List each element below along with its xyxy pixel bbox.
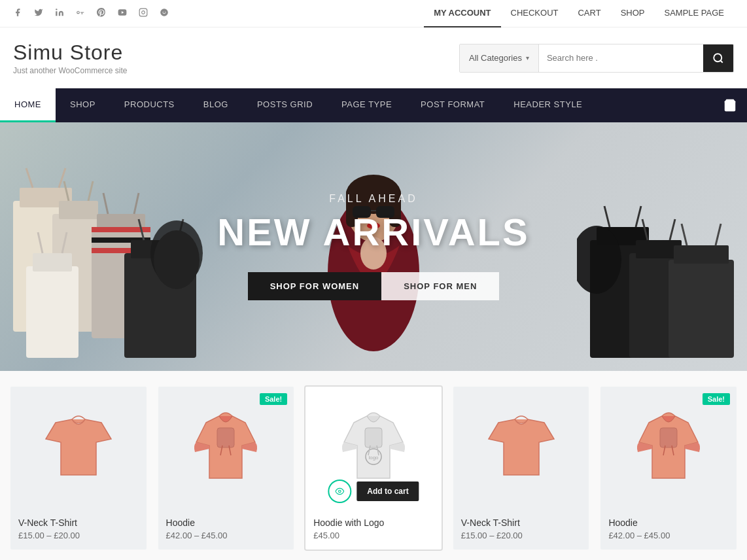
search-bar: All Categories ▾ (459, 44, 734, 73)
shop-women-button[interactable]: SHOP FOR WOMEN (248, 272, 382, 300)
product-card-4[interactable]: V-Neck T-Shirt £15.00 – £20.00 (453, 387, 589, 550)
nav-products[interactable]: PRODUCTS (110, 88, 189, 122)
nav-post-format[interactable]: POST FORMAT (406, 88, 499, 122)
svg-rect-61 (365, 428, 382, 447)
svg-rect-43 (674, 245, 729, 264)
twitter-icon[interactable] (34, 8, 43, 19)
hero-buttons: SHOP FOR WOMEN SHOP FOR MEN (217, 272, 529, 300)
google-plus-icon[interactable] (76, 8, 85, 19)
logo-subtitle: Just another WooCommerce site (13, 66, 128, 75)
hero-subtitle: FALL AHEAD (217, 193, 529, 205)
top-nav-sample-page[interactable]: SAMPLE PAGE (654, 0, 734, 27)
product-name-3: Hoodie with Logo (313, 517, 434, 528)
nav-page-type[interactable]: PAGE TYPE (327, 88, 406, 122)
svg-rect-14 (59, 201, 98, 219)
product-card-5[interactable]: Sale! Hoodie £42.00 – £45.00 (600, 387, 737, 550)
product-price-4: £15.00 – £20.00 (461, 531, 582, 540)
svg-line-19 (103, 193, 108, 214)
hoodie-logo-icon-3: logo (338, 410, 409, 488)
product-price-2: £42.00 – £45.00 (166, 531, 287, 540)
svg-line-36 (604, 206, 610, 227)
product-image-2: Sale! (158, 387, 294, 511)
svg-point-5 (165, 12, 165, 12)
product-card-1[interactable]: V-Neck T-Shirt £15.00 – £20.00 (10, 387, 147, 550)
product-name-4: V-Neck T-Shirt (461, 517, 582, 528)
svg-line-20 (134, 193, 139, 214)
nav-posts-grid[interactable]: POSTS GRID (243, 88, 327, 122)
svg-rect-29 (33, 253, 72, 271)
pinterest-icon[interactable] (97, 8, 106, 19)
svg-rect-1 (139, 9, 147, 16)
svg-rect-67 (660, 428, 677, 447)
search-button[interactable] (703, 44, 733, 72)
product-info-4: V-Neck T-Shirt £15.00 – £20.00 (453, 511, 589, 550)
main-nav: HOME SHOP PRODUCTS BLOG POSTS GRID PAGE … (0, 88, 747, 122)
svg-line-37 (636, 206, 641, 227)
top-nav-my-account[interactable]: MY ACCOUNT (424, 0, 500, 27)
product-overlay-3: Add to cart (328, 480, 419, 503)
svg-point-66 (339, 490, 341, 493)
top-nav-shop[interactable]: SHOP (611, 0, 655, 27)
svg-point-0 (56, 9, 57, 10)
product-info-5: Hoodie £42.00 – £45.00 (600, 511, 737, 550)
product-name-5: Hoodie (608, 517, 729, 528)
svg-point-33 (154, 230, 200, 289)
hero-title: NEW ARRIVALS (217, 210, 529, 254)
svg-line-7 (720, 60, 722, 62)
top-nav-cart[interactable]: CART (568, 0, 610, 27)
product-price-1: £15.00 – £20.00 (18, 531, 139, 540)
top-bar: MY ACCOUNT CHECKOUT CART SHOP SAMPLE PAG… (0, 0, 747, 27)
product-card-3[interactable]: logo Add to cart Hoodie with Logo £45.00 (305, 387, 442, 550)
product-info-2: Hoodie £42.00 – £45.00 (158, 511, 294, 550)
svg-point-6 (714, 54, 721, 61)
svg-text:logo: logo (368, 455, 379, 461)
category-label: All Categories (469, 53, 522, 63)
logo-title: Simu Store (13, 41, 128, 65)
instagram-icon[interactable] (139, 8, 148, 19)
social-icons (13, 8, 169, 19)
bags-right-illustration (577, 122, 747, 371)
add-to-cart-button-3[interactable]: Add to cart (356, 481, 419, 501)
nav-blog[interactable]: BLOG (189, 88, 243, 122)
linkedin-icon[interactable] (55, 8, 64, 19)
sale-badge-2: Sale! (260, 393, 287, 405)
search-input[interactable] (539, 53, 703, 63)
product-image-1 (10, 387, 147, 511)
svg-line-11 (26, 168, 33, 188)
search-category-dropdown[interactable]: All Categories ▾ (460, 44, 539, 72)
products-section: V-Neck T-Shirt £15.00 – £20.00 Sale! (0, 371, 747, 560)
shop-men-button[interactable]: SHOP FOR MEN (381, 272, 499, 300)
product-name-2: Hoodie (166, 517, 287, 528)
header: Simu Store Just another WooCommerce site… (0, 27, 747, 88)
chevron-down-icon: ▾ (526, 54, 529, 61)
product-image-4 (453, 387, 589, 511)
svg-rect-28 (26, 266, 78, 358)
nav-header-style[interactable]: HEADER STYLE (499, 88, 597, 122)
facebook-icon[interactable] (13, 8, 22, 19)
products-grid: V-Neck T-Shirt £15.00 – £20.00 Sale! (10, 387, 737, 550)
svg-rect-58 (217, 428, 234, 447)
sale-badge-5: Sale! (703, 393, 730, 405)
hero-content: FALL AHEAD NEW ARRIVALS SHOP FOR WOMEN S… (217, 193, 529, 300)
svg-line-16 (88, 181, 93, 201)
nav-cart-icon[interactable] (713, 88, 747, 122)
product-image-3: logo Add to cart (305, 387, 442, 511)
product-price-5: £42.00 – £45.00 (608, 531, 729, 540)
product-price-3: £45.00 (313, 531, 434, 540)
nav-shop[interactable]: SHOP (56, 88, 110, 122)
svg-line-44 (682, 224, 687, 245)
svg-point-3 (160, 9, 168, 16)
svg-rect-42 (669, 260, 734, 358)
svg-line-45 (716, 224, 721, 245)
hero-section: FALL AHEAD NEW ARRIVALS SHOP FOR WOMEN S… (0, 122, 747, 371)
logo-area: Simu Store Just another WooCommerce site (13, 41, 128, 75)
youtube-icon[interactable] (118, 8, 127, 19)
top-nav-checkout[interactable]: CHECKOUT (501, 0, 568, 27)
hoodie-icon-5 (633, 410, 704, 488)
product-card-2[interactable]: Sale! Hoodie £42.00 – £45.00 (158, 387, 294, 550)
quick-view-button-3[interactable] (328, 480, 351, 503)
top-nav: MY ACCOUNT CHECKOUT CART SHOP SAMPLE PAG… (424, 0, 734, 27)
nav-home[interactable]: HOME (0, 88, 56, 122)
reddit-icon[interactable] (160, 8, 169, 19)
tshirt-icon-1 (43, 413, 114, 485)
